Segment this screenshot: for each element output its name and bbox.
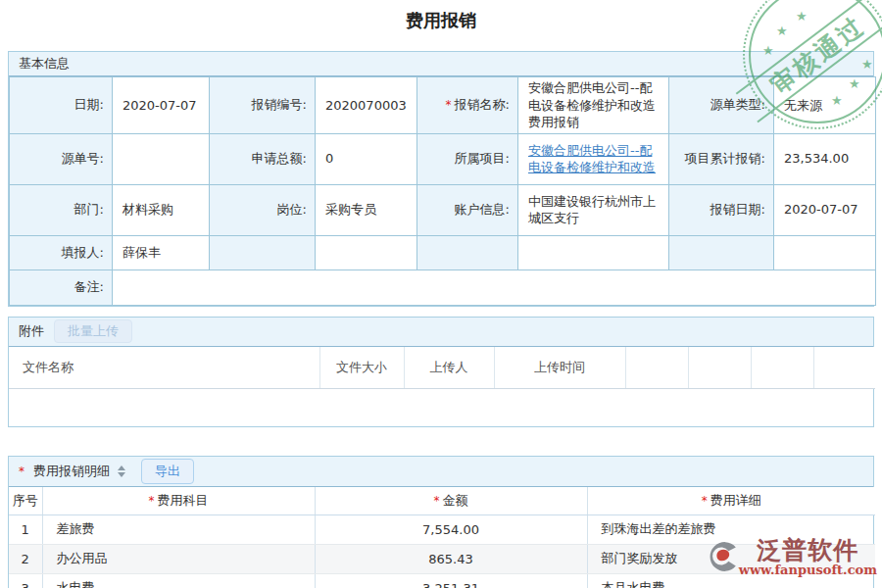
table-row: 1 差旅费 7,554.00 到珠海出差的差旅费 xyxy=(9,514,875,544)
expense-date-value: 2020-07-07 xyxy=(774,184,876,235)
project-total-label: 项目累计报销: xyxy=(669,133,774,184)
row-amount: 865.43 xyxy=(315,544,587,573)
row-subject: 差旅费 xyxy=(42,514,315,544)
empty-label-cell xyxy=(669,235,774,270)
date-value: 2020-07-07 xyxy=(113,77,210,134)
project-link[interactable]: 安徽合肥供电公司--配电设备检修维护和改造 xyxy=(528,143,656,175)
basic-info-panel: 基本信息 日期: 2020-07-07 报销编号: 2020070003 *报销… xyxy=(8,51,874,307)
expense-no-value: 2020070003 xyxy=(316,77,417,134)
row-amount: 7,554.00 xyxy=(315,514,587,544)
expense-date-label: 报销日期: xyxy=(669,184,774,235)
row-no: 1 xyxy=(9,514,42,544)
apply-total-label: 申请总额: xyxy=(210,133,316,184)
table-row: 3 水电费 3,251.31 本月水电费 xyxy=(9,573,875,588)
attachment-header-empty xyxy=(688,347,751,389)
amount-header: *金额 xyxy=(315,487,587,514)
expense-details-panel: * 费用报销明细 导出 序号 *费用科目 *金额 *费用详细 1 差旅费 7,5… xyxy=(8,456,874,588)
department-value: 材料采购 xyxy=(113,184,210,235)
row-detail: 到珠海出差的差旅费 xyxy=(587,514,875,544)
table-row: 2 办公用品 865.43 部门奖励发放 xyxy=(9,544,875,573)
empty-label-cell xyxy=(417,235,518,270)
sort-icon[interactable] xyxy=(118,466,125,477)
filler-label: 填报人: xyxy=(10,235,113,270)
expense-no-label: 报销编号: xyxy=(210,77,316,134)
project-total-value: 23,534.00 xyxy=(774,133,876,184)
attachments-title: 附件 xyxy=(19,322,44,340)
file-name-header: 文件名称 xyxy=(9,347,319,389)
page-title: 费用报销 xyxy=(0,0,882,51)
row-subject: 水电费 xyxy=(42,573,315,588)
date-label: 日期: xyxy=(10,77,113,134)
project-label: 所属项目: xyxy=(417,133,518,184)
expense-name-value: 安徽合肥供电公司--配电设备检修维护和改造费用报销 xyxy=(518,77,669,134)
source-no-value xyxy=(113,133,210,184)
uploader-header: 上传人 xyxy=(404,347,494,389)
row-amount: 3,251.31 xyxy=(315,573,587,588)
remark-label: 备注: xyxy=(10,270,113,305)
row-detail: 本月水电费 xyxy=(587,573,875,588)
detail-header: *费用详细 xyxy=(587,487,875,514)
empty-label-cell xyxy=(210,235,316,270)
row-detail: 部门奖励发放 xyxy=(587,544,875,573)
source-no-label: 源单号: xyxy=(10,133,113,184)
required-asterisk: * xyxy=(446,98,452,112)
empty-value-cell xyxy=(518,235,669,270)
apply-total-value: 0 xyxy=(316,133,417,184)
file-size-header: 文件大小 xyxy=(319,347,404,389)
attachments-panel: 附件 批量上传 文件名称 文件大小 上传人 上传时间 xyxy=(8,317,874,428)
attachment-header-empty xyxy=(813,347,875,389)
account-info-value: 中国建设银行杭州市上城区支行 xyxy=(518,184,669,235)
expense-details-header: * 费用报销明细 导出 xyxy=(9,457,873,487)
department-label: 部门: xyxy=(10,184,113,235)
basic-info-form: 日期: 2020-07-07 报销编号: 2020070003 *报销名称: 安… xyxy=(9,76,876,306)
empty-value-cell xyxy=(774,235,876,270)
required-asterisk: * xyxy=(149,494,155,508)
filler-value: 薛保丰 xyxy=(113,235,210,270)
upload-time-header: 上传时间 xyxy=(494,347,625,389)
batch-upload-button[interactable]: 批量上传 xyxy=(54,319,132,343)
expense-details-title: 费用报销明细 xyxy=(33,463,110,480)
expense-name-label: *报销名称: xyxy=(417,77,518,134)
basic-info-header: 基本信息 xyxy=(9,52,873,76)
required-asterisk: * xyxy=(19,465,24,478)
basic-info-title: 基本信息 xyxy=(19,55,70,73)
source-type-value: 无来源 xyxy=(774,77,876,134)
subject-header: *费用科目 xyxy=(42,487,315,514)
attachments-table: 文件名称 文件大小 上传人 上传时间 xyxy=(9,347,875,390)
row-subject: 办公用品 xyxy=(42,544,315,573)
expense-details-table: 序号 *费用科目 *金额 *费用详细 1 差旅费 7,554.00 到珠海出差的… xyxy=(9,487,875,588)
position-value: 采购专员 xyxy=(316,184,417,235)
attachments-empty-area xyxy=(9,389,873,426)
remark-value xyxy=(113,270,876,305)
required-asterisk: * xyxy=(434,494,440,508)
attachment-header-empty xyxy=(625,347,688,389)
account-info-label: 账户信息: xyxy=(417,184,518,235)
empty-value-cell xyxy=(316,235,417,270)
position-label: 岗位: xyxy=(210,184,316,235)
source-type-label: 源单类型: xyxy=(669,77,774,134)
project-value-cell: 安徽合肥供电公司--配电设备检修维护和改造 xyxy=(518,133,669,184)
row-no: 2 xyxy=(9,544,42,573)
no-header: 序号 xyxy=(9,487,42,514)
attachments-header: 附件 批量上传 xyxy=(9,318,873,347)
export-button[interactable]: 导出 xyxy=(141,459,194,484)
attachment-header-empty xyxy=(751,347,813,389)
row-no: 3 xyxy=(9,573,42,588)
required-asterisk: * xyxy=(702,494,708,508)
